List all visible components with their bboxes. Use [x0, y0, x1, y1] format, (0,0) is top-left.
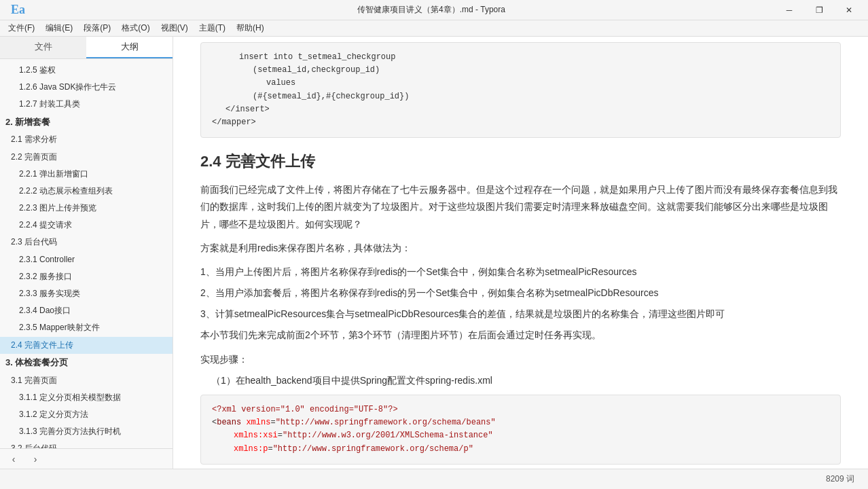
menu-theme[interactable]: 主题(T)	[194, 21, 231, 35]
minimize-button[interactable]: ─	[776, 0, 803, 20]
window-title: 传智健康项目讲义（第4章）.md - Typora	[87, 4, 776, 16]
code-block-1: insert into t_setmeal_checkgroup (setmea…	[200, 42, 841, 138]
outline-item-19[interactable]: 3.1.1 定义分页相关模型数据	[0, 389, 173, 406]
statusbar: 8209 词	[0, 469, 868, 489]
menu-file[interactable]: 文件(F)	[3, 21, 40, 35]
list-item-3: 3、计算setmealPicResources集合与setmealPicDbRe…	[200, 306, 841, 323]
code-block-2: <?xml version="1.0" encoding="UTF-8"?> <…	[200, 395, 841, 465]
outline-item-2[interactable]: 1.2.7 封装工具类	[0, 96, 173, 113]
outline-item-1[interactable]: 1.2.6 Java SDK操作七牛云	[0, 79, 173, 96]
sidebar-bottom: ‹ ›	[0, 448, 173, 469]
app-body: 文件 大纲 1.2.5 鉴权 1.2.6 Java SDK操作七牛云 1.2.7…	[0, 37, 868, 469]
list-item-2: 2、当用户添加套餐后，将图片名称保存到redis的另一个Set集合中，例如集合名…	[200, 285, 841, 302]
paragraph-3: 本小节我们先来完成前面2个环节，第3个环节（清理图片环节）在后面会通过定时任务再…	[200, 327, 841, 344]
outline-item-0[interactable]: 1.2.5 鉴权	[0, 62, 173, 79]
outline-item-7[interactable]: 2.2.2 动态展示检查组列表	[0, 183, 173, 200]
content-area[interactable]: insert into t_setmeal_checkgroup (setmea…	[173, 37, 868, 469]
menubar: 文件(F) 编辑(E) 段落(P) 格式(O) 视图(V) 主题(T) 帮助(H…	[0, 20, 868, 37]
outline-item-20[interactable]: 3.1.2 定义分页方法	[0, 406, 173, 423]
menu-view[interactable]: 视图(V)	[156, 21, 194, 35]
word-count: 8209 词	[826, 473, 854, 485]
step-1: （1）在health_backend项目中提供Spring配置文件spring-…	[200, 372, 841, 389]
outline-item-21[interactable]: 3.1.3 完善分页方法执行时机	[0, 423, 173, 440]
window-controls: ─ ❐ ✕	[776, 0, 863, 20]
outline-item-12[interactable]: 2.3.2 服务接口	[0, 268, 173, 285]
titlebar: Ea 传智健康项目讲义（第4章）.md - Typora ─ ❐ ✕	[0, 0, 868, 20]
outline-item-13[interactable]: 2.3.3 服务实现类	[0, 285, 173, 302]
outline-item-3[interactable]: 2. 新增套餐	[0, 113, 173, 132]
outline-item-18[interactable]: 3.1 完善页面	[0, 372, 173, 389]
outline-item-22[interactable]: 3.2 后台代码	[0, 440, 173, 448]
close-button[interactable]: ✕	[835, 0, 863, 20]
sidebar-tabs: 文件 大纲	[0, 37, 173, 59]
paragraph-1: 前面我们已经完成了文件上传，将图片存储在了七牛云服务器中。但是这个过程存在一个问…	[200, 181, 841, 233]
outline-item-14[interactable]: 2.3.4 Dao接口	[0, 302, 173, 319]
sidebar: 文件 大纲 1.2.5 鉴权 1.2.6 Java SDK操作七牛云 1.2.7…	[0, 37, 173, 469]
section-title: 2.4 完善文件上传	[200, 151, 841, 172]
outline-item-9[interactable]: 2.2.4 提交请求	[0, 217, 173, 234]
outline-item-6[interactable]: 2.2.1 弹出新增窗口	[0, 166, 173, 183]
outline-item-10[interactable]: 2.3 后台代码	[0, 234, 173, 251]
outline-item-8[interactable]: 2.2.3 图片上传并预览	[0, 200, 173, 217]
menu-format[interactable]: 格式(O)	[116, 21, 155, 35]
paragraph-2: 方案就是利用redis来保存图片名称，具体做法为：	[200, 240, 841, 257]
outline-item-17[interactable]: 3. 体检套餐分页	[0, 354, 173, 372]
outline-item-16[interactable]: 2.4 完善文件上传	[0, 337, 173, 354]
outline-item-15[interactable]: 2.3.5 Mapper映射文件	[0, 319, 173, 336]
outline-item-11[interactable]: 2.3.1 Controller	[0, 251, 173, 268]
menu-paragraph[interactable]: 段落(P)	[78, 21, 116, 35]
outline-item-5[interactable]: 2.2 完善页面	[0, 149, 173, 166]
list-item-1: 1、当用户上传图片后，将图片名称保存到redis的一个Set集合中，例如集合名称…	[200, 264, 841, 280]
app-logo: Ea	[11, 3, 25, 17]
next-location-button[interactable]: ›	[27, 451, 43, 467]
prev-location-button[interactable]: ‹	[5, 451, 22, 467]
menu-help[interactable]: 帮助(H)	[231, 21, 270, 35]
maximize-button[interactable]: ❐	[806, 0, 833, 20]
outline-item-4[interactable]: 2.1 需求分析	[0, 131, 173, 148]
tab-outline[interactable]: 大纲	[86, 37, 173, 58]
tab-files[interactable]: 文件	[0, 37, 86, 58]
menu-edit[interactable]: 编辑(E)	[40, 21, 78, 35]
step-label: 实现步骤：	[200, 351, 841, 368]
sidebar-outline: 1.2.5 鉴权 1.2.6 Java SDK操作七牛云 1.2.7 封装工具类…	[0, 59, 173, 448]
